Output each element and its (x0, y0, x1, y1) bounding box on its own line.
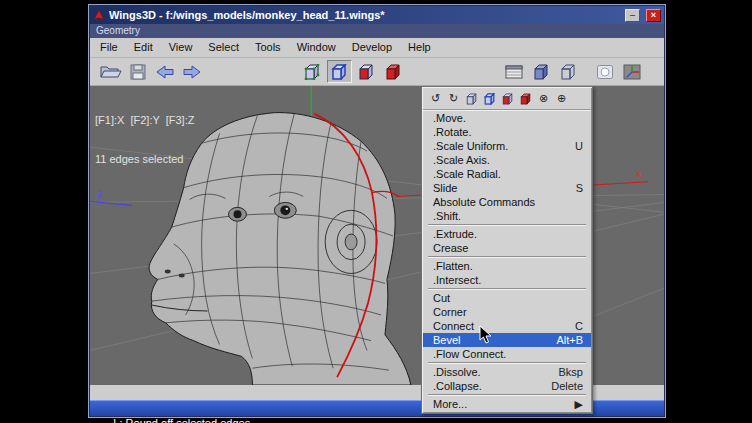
title-bar[interactable]: Wings3D - f:/wings_models/monkey_head_11… (90, 6, 664, 24)
context-menu-item-scale-uniform[interactable]: .Scale Uniform.U (423, 139, 591, 153)
screen: Wings3D - f:/wings_models/monkey_head_11… (0, 0, 752, 423)
body-select-button[interactable] (381, 60, 406, 83)
context-menu-item-crease[interactable]: Crease (423, 241, 591, 255)
open-icon (100, 64, 122, 80)
menu-edit[interactable]: Edit (126, 38, 161, 57)
vertex-select-icon (303, 64, 321, 80)
window-title: Wings3D - f:/wings_models/monkey_head_11… (109, 9, 621, 21)
axes-button[interactable] (619, 60, 644, 83)
menu-view[interactable]: View (161, 38, 201, 57)
menu-separator (426, 287, 588, 291)
menu-bar: File Edit View Select Tools Window Devel… (90, 38, 664, 58)
context-menu-item-scale-axis[interactable]: .Scale Axis. (423, 153, 591, 167)
vertex-cube-icon[interactable] (464, 91, 479, 106)
menu-separator (426, 393, 588, 397)
context-menu-item-flow-connect[interactable]: .Flow Connect. (423, 347, 591, 361)
workmode-icon (596, 64, 614, 80)
redo-icon (182, 65, 202, 79)
context-menu-item-slide[interactable]: SlideS (423, 181, 591, 195)
repeat-icon[interactable]: ↺ (428, 91, 443, 106)
face-select-icon (357, 64, 375, 80)
menu-tools[interactable]: Tools (247, 38, 289, 57)
body-cube-icon[interactable] (518, 91, 533, 106)
menu-file[interactable]: File (92, 38, 126, 57)
close-button[interactable]: × (646, 9, 661, 22)
workmode-button[interactable] (592, 60, 617, 83)
context-menu-item-move[interactable]: .Move. (423, 111, 591, 125)
wireframe-view-button[interactable] (555, 60, 580, 83)
context-menu-item-absolute-commands[interactable]: Absolute Commands (423, 195, 591, 209)
geometry-graph-icon (505, 64, 523, 80)
fkey-hint: [F1]:X [F2]:Y [F3]:Z (95, 114, 194, 127)
shaded-view-button[interactable] (528, 60, 553, 83)
open-button[interactable] (98, 60, 123, 83)
edge-select-button[interactable] (327, 60, 352, 83)
wings3d-window: Wings3D - f:/wings_models/monkey_head_11… (88, 4, 666, 418)
mouse-cursor (479, 325, 492, 348)
face-select-button[interactable] (354, 60, 379, 83)
plus-circle-icon[interactable]: ⊕ (554, 91, 569, 106)
edge-select-icon (330, 64, 348, 80)
file-tool-group (98, 60, 204, 83)
save-button[interactable] (125, 60, 150, 83)
context-menu-item-collapse[interactable]: .Collapse.Delete (423, 379, 591, 393)
redo-button[interactable] (179, 60, 204, 83)
undo-icon (155, 65, 175, 79)
info-text: L: Round off selected edges (113, 417, 250, 423)
context-menu-item-corner[interactable]: Corner (423, 305, 591, 319)
context-menu-item-rotate[interactable]: .Rotate. (423, 125, 591, 139)
context-menu-item-flatten[interactable]: .Flatten. (423, 259, 591, 273)
context-menu-item-extrude[interactable]: .Extrude. (423, 227, 591, 241)
face-cube-icon[interactable] (500, 91, 515, 106)
context-menu-item-shift[interactable]: .Shift. (423, 209, 591, 223)
context-menu-item-connect[interactable]: ConnectC (423, 319, 591, 333)
axes-icon (623, 64, 641, 80)
cross-circle-icon[interactable]: ⊗ (536, 91, 551, 106)
context-menu-item-scale-radial[interactable]: .Scale Radial. (423, 167, 591, 181)
menu-separator (426, 255, 588, 259)
app-icon (93, 9, 105, 21)
body-select-icon (384, 64, 402, 80)
selection-mode-group (300, 60, 406, 83)
x-axis-label: x (636, 167, 642, 179)
repeat-args-icon[interactable]: ↻ (446, 91, 461, 106)
context-menu-item-intersect[interactable]: .Intersect. (423, 273, 591, 287)
context-menu-item-cut[interactable]: Cut (423, 291, 591, 305)
geometry-window-header[interactable]: Geometry (90, 24, 664, 38)
menu-develop[interactable]: Develop (344, 38, 400, 57)
shaded-cube-icon (532, 64, 550, 80)
context-menu-item-bevel[interactable]: BevelAlt+B (423, 333, 591, 347)
view-tool-group (501, 60, 644, 83)
vertex-select-button[interactable] (300, 60, 325, 83)
menu-window[interactable]: Window (289, 38, 344, 57)
edge-context-menu: ↺ ↻ ⊗ ⊕ .Move. .Rotate. .Scale Uni (421, 86, 593, 414)
viewport-hud: [F1]:X [F2]:Y [F3]:Z 11 edges selected (95, 88, 194, 192)
geometry-window-label: Geometry (96, 25, 140, 36)
minimize-button[interactable]: – (625, 9, 640, 22)
menu-separator (426, 361, 588, 365)
menu-help[interactable]: Help (400, 38, 439, 57)
edge-cube-icon[interactable] (482, 91, 497, 106)
context-menu-item-dissolve[interactable]: .Dissolve.Bksp (423, 365, 591, 379)
context-menu-toolbar: ↺ ↻ ⊗ ⊕ (423, 89, 591, 110)
menu-separator (426, 223, 588, 227)
save-icon (130, 64, 146, 80)
tool-bar (90, 58, 664, 86)
menu-select[interactable]: Select (200, 38, 247, 57)
undo-button[interactable] (152, 60, 177, 83)
context-menu-item-more[interactable]: More...▶ (423, 397, 591, 411)
wire-cube-icon (559, 64, 577, 80)
selection-status: 11 edges selected (95, 153, 194, 166)
geometry-graph-button[interactable] (501, 60, 526, 83)
